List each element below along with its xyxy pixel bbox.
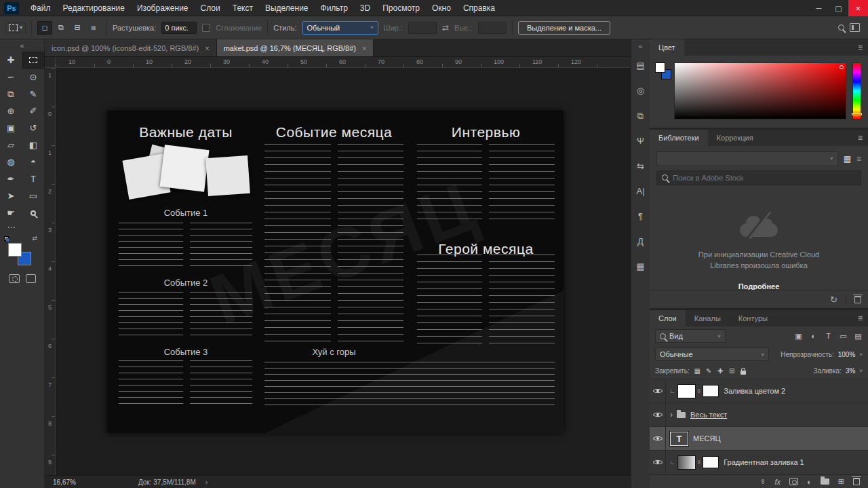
text-layer-thumbnail[interactable]: T	[670, 432, 688, 446]
lock-image-pixels-icon[interactable]: ✎	[705, 367, 713, 375]
new-selection-icon[interactable]: □	[37, 21, 52, 35]
collapse-toolbar-icon[interactable]: «	[0, 39, 44, 52]
intersect-selection-icon[interactable]: ⧈	[86, 21, 101, 35]
subtract-selection-icon[interactable]: ⊟	[70, 21, 85, 35]
expand-panels-icon[interactable]: «	[631, 39, 650, 53]
close-tab-icon[interactable]: ×	[205, 44, 209, 52]
saturation-brightness-field[interactable]	[674, 62, 846, 119]
width-input[interactable]	[408, 22, 437, 34]
rectangle-tool[interactable]: ▭	[22, 187, 45, 204]
history-brush-tool[interactable]: ↺	[22, 119, 45, 136]
panel-styles-icon[interactable]: Ψ	[631, 128, 650, 153]
link-layers-icon[interactable]: ∞	[761, 478, 766, 485]
panel-character-icon[interactable]: A|	[631, 179, 650, 204]
panel-glyphs-icon[interactable]: Д	[631, 229, 650, 254]
zoom-tool[interactable]	[22, 204, 45, 221]
filter-adjustment-layers-icon[interactable]: ◐	[809, 332, 818, 341]
foreground-color-swatch[interactable]	[655, 62, 665, 73]
swap-dimensions-icon[interactable]: ⇄	[442, 23, 449, 33]
panel-menu-icon[interactable]: ≡	[858, 130, 863, 146]
visibility-toggle[interactable]	[650, 451, 666, 474]
layer-row[interactable]: › Весь текст	[650, 403, 868, 427]
grid-view-icon[interactable]: ▦	[844, 154, 851, 164]
fill-value[interactable]: 3%	[846, 367, 855, 375]
menu-item[interactable]: 3D	[354, 0, 376, 16]
hue-slider-marker[interactable]	[852, 113, 862, 115]
move-tool[interactable]: ✚	[0, 52, 22, 69]
style-select[interactable]: Обычный ˅	[302, 21, 378, 35]
lock-transparent-pixels-icon[interactable]: ▦	[694, 367, 701, 375]
blend-mode-select[interactable]: Обычные ˅	[655, 348, 769, 361]
foreground-color-swatch[interactable]	[8, 243, 22, 257]
feather-input[interactable]: 0 пикс.	[161, 22, 197, 34]
layer-name[interactable]: МЕСЯЦ	[693, 434, 721, 443]
dodge-tool[interactable]: ◓	[22, 153, 45, 170]
layer-row[interactable]: ∟ ∞ Заливка цветом 2	[650, 379, 868, 403]
tab-adjustments[interactable]: Коррекция	[708, 130, 762, 146]
pen-tool[interactable]: ✒	[0, 170, 22, 187]
visibility-toggle[interactable]	[650, 379, 666, 402]
layer-mask-thumbnail[interactable]	[703, 385, 719, 397]
path-selection-tool[interactable]: ➤	[0, 187, 22, 204]
layers-panel-tab[interactable]: Слои	[650, 310, 686, 326]
crop-tool[interactable]: ⧉	[0, 86, 22, 102]
delete-layer-icon[interactable]	[853, 478, 860, 485]
visibility-toggle[interactable]	[650, 427, 666, 450]
workspace-switcher-icon[interactable]	[850, 23, 860, 32]
height-input[interactable]	[478, 22, 507, 34]
panel-navigator-icon[interactable]: ⧉	[631, 103, 650, 128]
layers-panel-tab[interactable]: Контуры	[730, 310, 776, 326]
panel-menu-icon[interactable]: ≡	[858, 310, 863, 326]
layer-name[interactable]: Градиентная заливка 1	[724, 458, 804, 466]
filter-shape-layers-icon[interactable]: ▭	[839, 332, 848, 341]
hue-slider[interactable]	[852, 62, 861, 119]
delete-library-icon[interactable]	[854, 296, 861, 303]
menu-item[interactable]: Слои	[195, 0, 226, 16]
filter-pixel-layers-icon[interactable]: ▣	[794, 332, 803, 341]
menu-item[interactable]: Выделение	[259, 0, 315, 16]
new-group-icon[interactable]	[821, 478, 829, 485]
chevron-down-icon[interactable]: ˅	[859, 352, 863, 358]
zoom-level-field[interactable]: 16,67%	[53, 478, 76, 486]
list-view-icon[interactable]: ≡	[856, 154, 861, 164]
layer-name[interactable]: Весь текст	[690, 411, 727, 419]
document-tab[interactable]: maket.psd @ 16,7% (МЕСЯЦ, RGB/8#) ×	[217, 39, 374, 56]
add-mask-icon[interactable]	[789, 478, 798, 485]
healing-brush-tool[interactable]: ⊕	[0, 102, 22, 119]
layer-thumbnail[interactable]	[677, 455, 696, 470]
menu-item[interactable]: Текст	[226, 0, 259, 16]
layers-panel-tab[interactable]: Каналы	[686, 310, 730, 326]
panel-info-icon[interactable]: ◎	[631, 78, 650, 103]
minimize-button[interactable]: ─	[809, 0, 829, 16]
panel-histogram-icon[interactable]: ▤	[631, 53, 650, 78]
filter-smart-objects-icon[interactable]: ▤	[854, 332, 863, 341]
lock-position-icon[interactable]: ✚	[717, 367, 724, 375]
library-type-select[interactable]: ˅	[656, 151, 838, 166]
menu-item[interactable]: Файл	[24, 0, 57, 16]
adjustment-layer-icon[interactable]: ◐	[807, 478, 812, 486]
antialias-checkbox[interactable]	[202, 24, 210, 32]
new-layer-icon[interactable]: ⊞	[838, 477, 844, 486]
library-sync-icon[interactable]: ↻	[830, 295, 837, 305]
screen-mode-icon[interactable]	[26, 274, 36, 283]
color-field-marker[interactable]	[840, 65, 844, 69]
layer-row[interactable]: ∟ ∞ Градиентная заливка 1	[650, 451, 868, 474]
tool-preset-picker[interactable]: ▾	[5, 22, 26, 33]
blur-tool[interactable]: ◍	[0, 153, 22, 170]
chevron-down-icon[interactable]: ˅	[859, 368, 863, 374]
menu-item[interactable]: Редактирование	[57, 0, 131, 16]
more-info-link[interactable]: Подробнее	[738, 282, 780, 290]
hand-tool[interactable]: ☛	[0, 204, 22, 221]
layer-effects-icon[interactable]: fx	[775, 478, 781, 486]
menu-item[interactable]: Изображение	[131, 0, 195, 16]
search-icon[interactable]	[838, 24, 844, 31]
canvas[interactable]: МЕСЯЦ Важные даты Событие месяца Интервь…	[56, 68, 631, 475]
layer-name[interactable]: Заливка цветом 2	[724, 387, 785, 395]
document-tab[interactable]: icon.psd @ 100% (icons8-edit-520, RGB/8#…	[45, 39, 217, 56]
color-swatch-pair[interactable]	[655, 62, 674, 83]
tab-color[interactable]: Цвет	[650, 39, 684, 56]
edit-toolbar-icon[interactable]: ⋯	[0, 221, 22, 233]
gradient-tool[interactable]: ◧	[22, 136, 45, 153]
lasso-tool[interactable]: ∽	[0, 69, 22, 86]
close-button[interactable]: ×	[848, 0, 868, 16]
